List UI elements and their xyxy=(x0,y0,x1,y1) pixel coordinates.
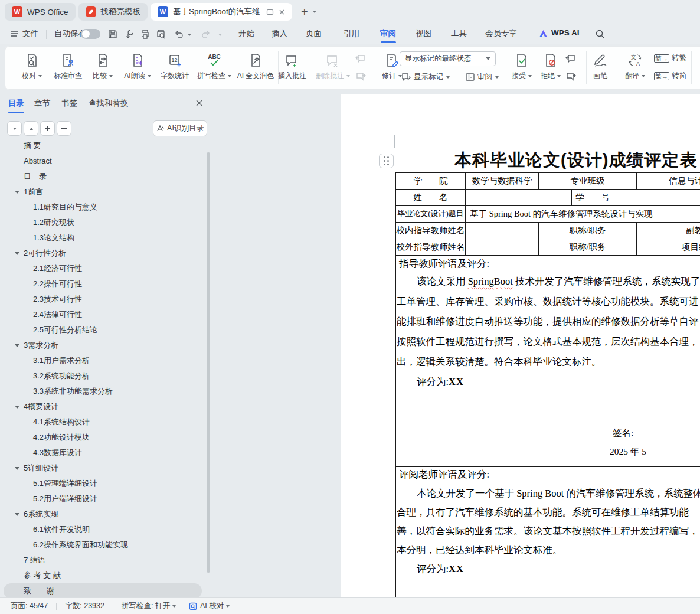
next-revision-icon[interactable] xyxy=(564,70,577,83)
previous-revision-icon[interactable] xyxy=(564,52,577,65)
toc-item[interactable]: 2.1经济可行性 xyxy=(0,261,205,276)
reject-revision-button[interactable]: 拒绝 xyxy=(537,49,565,81)
menu-item[interactable]: 开始 xyxy=(238,28,254,39)
toc-item[interactable]: 1.1研究目的与意义 xyxy=(0,200,205,215)
sidebar-scrollbar[interactable] xyxy=(207,152,210,573)
toc-item[interactable]: 致 谢 xyxy=(4,583,202,597)
ai-polish-button[interactable]: AI 全文润色 xyxy=(236,49,275,81)
sidebar-tab-bookmarks[interactable]: 书签 xyxy=(61,98,77,109)
menu-item[interactable]: 工具 xyxy=(451,28,467,39)
word-count-indicator[interactable]: 字数: 23932 xyxy=(65,601,104,611)
toc-item[interactable]: 5.2用户端详细设计 xyxy=(0,491,205,507)
toc-collapse-arrow-icon[interactable] xyxy=(15,406,19,409)
toc-item[interactable]: 参 考 文 献 xyxy=(0,568,205,583)
export-pdf-icon[interactable] xyxy=(124,29,135,40)
proofread-button[interactable]: 校对 xyxy=(15,49,49,81)
sidebar-tab-find-replace[interactable]: 查找和替换 xyxy=(89,98,129,109)
toc-item[interactable]: 6系统实现 xyxy=(0,507,205,522)
toc-collapse-arrow-icon[interactable] xyxy=(15,252,19,255)
toc-item[interactable]: 目 录 xyxy=(0,169,205,184)
new-tab-button[interactable]: + xyxy=(301,6,308,18)
menu-item[interactable]: 会员专享 xyxy=(485,28,517,39)
accept-revision-button[interactable]: 接受 xyxy=(508,49,536,81)
toc-item[interactable]: 2可行性分析 xyxy=(0,246,205,261)
menu-item[interactable]: 审阅 xyxy=(380,28,396,39)
menu-item[interactable]: 视图 xyxy=(416,28,431,39)
toc-item[interactable]: 2.5可行性分析结论 xyxy=(0,322,205,338)
toc-collapse-arrow-icon[interactable] xyxy=(15,344,19,347)
collapse-all-button[interactable] xyxy=(57,121,71,136)
document-page[interactable]: 本科毕业论文(设计)成绩评定表 学 院 数学与数据科学 专业班级 信息与计算科学… xyxy=(341,94,700,597)
expand-item-button[interactable] xyxy=(24,121,38,136)
redo-chevron-icon[interactable] xyxy=(218,34,222,36)
toc-item[interactable]: 2.2操作可行性 xyxy=(0,276,205,292)
menu-item[interactable]: 插入 xyxy=(272,28,287,39)
restrict-edit-button[interactable]: 限 xyxy=(694,49,700,81)
toc-item[interactable]: 5详细设计 xyxy=(0,460,205,476)
toc-collapse-arrow-icon[interactable] xyxy=(15,467,19,470)
file-menu[interactable]: 文件 xyxy=(22,28,38,39)
toc-item[interactable]: 1.3论文结构 xyxy=(0,230,205,246)
print-icon[interactable] xyxy=(140,29,151,40)
search-icon[interactable] xyxy=(595,29,605,39)
spellcheck-indicator[interactable]: 拼写检查: 打开 xyxy=(122,601,170,611)
translate-button[interactable]: 文A 翻译 xyxy=(620,49,650,81)
wps-ai-menu[interactable]: WPS AI xyxy=(551,28,580,37)
tab-document-active[interactable]: W 基于SpringBoot的汽车维修管 xyxy=(151,3,292,21)
sidebar-tab-chapters[interactable]: 章节 xyxy=(34,98,50,109)
word-count-button[interactable]: 12 字数统计 xyxy=(157,49,192,81)
toc-item[interactable]: 摘 要 xyxy=(0,138,205,154)
toc-item[interactable]: 4.2功能设计模块 xyxy=(0,430,205,445)
toc-item[interactable]: 3.2系统功能分析 xyxy=(0,368,205,384)
toc-item[interactable]: 3.1用户需求分析 xyxy=(0,353,205,368)
standard-review-button[interactable]: 标准审查 xyxy=(50,49,86,81)
sidebar-tab-contents[interactable]: 目录 xyxy=(8,98,24,109)
sidebar-close-icon[interactable] xyxy=(195,99,203,107)
toc-item[interactable]: 3需求分析 xyxy=(0,338,205,353)
review-pane-button[interactable]: 审阅 xyxy=(465,72,499,82)
compare-button[interactable]: 比较 xyxy=(87,49,118,81)
toc-item[interactable]: 2.3技术可行性 xyxy=(0,292,205,307)
ai-proofread-indicator[interactable]: AI 校对 xyxy=(189,601,224,611)
toc-collapse-arrow-icon[interactable] xyxy=(15,513,19,516)
print-preview-icon[interactable] xyxy=(156,29,166,40)
spell-check-button[interactable]: ABC 拼写检查 xyxy=(194,49,235,81)
tab-docer-templates[interactable]: 找稻壳模板 xyxy=(78,3,148,21)
tab-list-chevron-icon[interactable] xyxy=(313,11,316,13)
to-simplified-button[interactable]: 繁→ 转简 xyxy=(654,71,686,81)
toc-item[interactable]: 7 结语 xyxy=(0,553,205,568)
toc-item[interactable]: 6.1软件开发说明 xyxy=(0,522,205,537)
toc-item[interactable]: 4.3数据库设计 xyxy=(0,445,205,460)
to-traditional-button[interactable]: 简→ 转繁 xyxy=(654,53,686,63)
menu-item[interactable]: 页面 xyxy=(306,28,322,39)
undo-chevron-icon[interactable] xyxy=(188,34,191,36)
tab-preview-icon[interactable] xyxy=(266,8,274,16)
hamburger-menu-icon[interactable] xyxy=(11,30,19,38)
undo-icon[interactable] xyxy=(174,29,184,40)
tab-wps-home[interactable]: W WPS Office xyxy=(5,3,76,21)
ai-read-button[interactable]: AI朗读 xyxy=(119,49,156,81)
toc-collapse-arrow-icon[interactable] xyxy=(15,191,19,194)
toc-item[interactable]: 3.3系统非功能需求分析 xyxy=(0,384,205,399)
insert-comment-button[interactable]: 插入批注 xyxy=(274,49,310,81)
toc-item[interactable]: 4概要设计 xyxy=(0,399,205,414)
expand-all-button[interactable] xyxy=(40,121,55,136)
toc-item[interactable]: 1.2研究现状 xyxy=(0,215,205,230)
toc-item[interactable]: 2.4法律可行性 xyxy=(0,307,205,322)
toc-item[interactable]: 4.1系统结构设计 xyxy=(0,414,205,430)
save-icon[interactable] xyxy=(107,29,118,40)
toc-item[interactable]: 5.1管理端详细设计 xyxy=(0,476,205,491)
toc-item[interactable]: 6.2操作系统界面和功能实现 xyxy=(0,537,205,553)
ai-recognize-toc-button[interactable]: AI识别目录 xyxy=(153,120,207,136)
ink-brush-button[interactable]: 画笔 xyxy=(587,49,614,81)
menu-item[interactable]: 引用 xyxy=(344,28,359,39)
collapse-item-button[interactable] xyxy=(7,121,22,136)
tab-close-icon[interactable] xyxy=(279,9,285,15)
page-indicator[interactable]: 页面: 45/47 xyxy=(11,601,48,611)
autosave-toggle[interactable] xyxy=(81,29,100,39)
show-markup-button[interactable]: 显示标记 xyxy=(401,72,450,82)
toc-item[interactable]: 1前言 xyxy=(0,184,205,200)
toc-item[interactable]: Abstract xyxy=(0,154,205,169)
markup-state-select[interactable]: 显示标记的最终状态 xyxy=(400,51,496,66)
table-drag-handle-icon[interactable] xyxy=(379,154,394,168)
